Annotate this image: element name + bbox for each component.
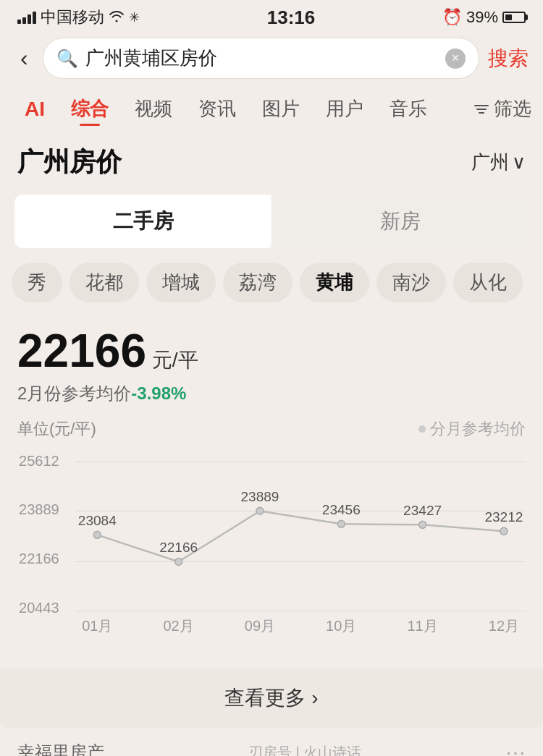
tab-shipin[interactable]: 视频 xyxy=(122,90,185,127)
search-input-wrap[interactable]: 🔍 广州黄埔区房价 × xyxy=(43,38,479,79)
tab-new[interactable]: 新房 xyxy=(272,195,529,248)
location-label: 广州 xyxy=(471,150,509,175)
y-label-22166: 22166 xyxy=(19,551,59,566)
chart-label-11: 23427 xyxy=(403,503,442,518)
chart-svg: 25612 23889 22166 20443 xyxy=(17,446,526,649)
tab-yinyue[interactable]: 音乐 xyxy=(376,90,440,127)
x-label-12: 12月 xyxy=(489,618,519,634)
chart-unit-label: 单位(元/平) xyxy=(17,418,96,440)
price-change-row: 2月份参考均价-3.98% xyxy=(17,382,526,405)
search-bar: ‹ 🔍 广州黄埔区房价 × 搜索 xyxy=(0,32,543,85)
chevron-down-icon: ∨ xyxy=(512,151,526,174)
x-label-01: 01月 xyxy=(82,618,112,634)
chart-label-02: 22166 xyxy=(159,540,198,555)
chart-header: 单位(元/平) 分月参考均价 xyxy=(17,418,526,440)
alarm-icon: ⏰ xyxy=(442,8,462,27)
status-bar: 中国移动 ✳ 13:16 ⏰ 39% xyxy=(0,0,543,32)
district-nansha[interactable]: 南沙 xyxy=(376,263,446,302)
tab-zonghe[interactable]: 综合 xyxy=(58,90,122,127)
loading-icon: ✳ xyxy=(129,9,140,25)
y-label-20443: 20443 xyxy=(19,600,59,616)
chart-label-01: 23084 xyxy=(78,513,117,528)
more-options-icon[interactable]: ⋯ xyxy=(505,741,526,756)
filter-label: 筛选 xyxy=(494,96,531,122)
x-label-10: 10月 xyxy=(326,618,356,634)
more-button[interactable]: 查看更多 › xyxy=(224,687,318,709)
chart-label-09: 23889 xyxy=(240,489,279,504)
page-title: 广州房价 xyxy=(17,145,122,180)
footer-row: 幸福里房产 刃房号 | 火山诗话 ⋯ xyxy=(0,728,543,756)
page-title-row: 广州房价 广州 ∨ xyxy=(0,133,543,187)
more-btn-wrap: 查看更多 › xyxy=(0,668,543,728)
footer-attribution: 刃房号 | 火山诗话 xyxy=(248,743,361,756)
chart-point-09 xyxy=(256,507,264,514)
tab-tupian[interactable]: 图片 xyxy=(249,90,313,127)
price-section: 22166 元/平 2月份参考均价-3.98% xyxy=(0,310,543,411)
filter-button[interactable]: 筛选 xyxy=(473,96,531,122)
footer-source: 幸福里房产 xyxy=(17,741,104,756)
chart-label-12: 23212 xyxy=(484,509,523,524)
chart-legend-label: 分月参考均价 xyxy=(430,418,526,440)
search-button[interactable]: 搜索 xyxy=(488,45,529,72)
price-unit: 元/平 xyxy=(152,349,198,371)
house-type-tabs: 二手房 新房 xyxy=(14,195,529,248)
battery-icon xyxy=(502,12,526,23)
tab-yonghu[interactable]: 用户 xyxy=(313,90,376,127)
tab-secondhand[interactable]: 二手房 xyxy=(14,195,272,248)
tab-nav: AI 综合 视频 资讯 图片 用户 音乐 筛选 xyxy=(0,85,543,133)
tab-ai[interactable]: AI xyxy=(12,92,58,127)
district-conghua[interactable]: 从化 xyxy=(453,263,523,302)
chart-point-02 xyxy=(175,558,182,565)
chart-wrapper: 25612 23889 22166 20443 xyxy=(17,446,526,654)
status-right: ⏰ 39% xyxy=(442,8,526,27)
district-liwan[interactable]: 荔湾 xyxy=(223,263,292,302)
district-xiu[interactable]: 秀 xyxy=(12,263,62,302)
price-value: 22166 xyxy=(17,325,146,377)
district-huangpu[interactable]: 黄埔 xyxy=(300,263,369,302)
battery-percent: 39% xyxy=(466,8,498,27)
legend-dot-icon xyxy=(418,425,426,433)
y-label-25612: 25612 xyxy=(19,453,59,469)
price-change-label: 2月份参考均价 xyxy=(17,383,131,403)
y-label-23889: 23889 xyxy=(19,501,59,517)
district-zengcheng[interactable]: 增城 xyxy=(146,263,216,302)
chart-point-11 xyxy=(419,521,426,528)
clear-button[interactable]: × xyxy=(445,48,466,69)
district-tabs: 秀 花都 增城 荔湾 黄埔 南沙 从化 xyxy=(0,255,543,310)
tab-zixun[interactable]: 资讯 xyxy=(185,90,249,127)
status-time: 13:16 xyxy=(267,7,316,29)
chart-point-12 xyxy=(500,527,508,535)
chart-point-10 xyxy=(337,520,345,527)
price-change-value: -3.98% xyxy=(131,383,186,403)
x-label-09: 09月 xyxy=(245,618,275,634)
wifi-icon xyxy=(109,8,125,27)
x-label-02: 02月 xyxy=(163,618,193,634)
x-label-11: 11月 xyxy=(407,618,437,634)
search-icon: 🔍 xyxy=(56,48,78,69)
chart-point-01 xyxy=(93,531,101,538)
chart-line xyxy=(97,511,504,561)
location-button[interactable]: 广州 ∨ xyxy=(471,150,526,175)
search-query: 广州黄埔区房价 xyxy=(85,46,438,71)
signal-icon xyxy=(17,12,36,24)
chart-legend: 分月参考均价 xyxy=(418,418,526,440)
carrier-label: 中国移动 xyxy=(41,7,104,28)
back-button[interactable]: ‹ xyxy=(14,42,34,75)
chart-section: 单位(元/平) 分月参考均价 25612 23889 22166 20443 xyxy=(0,411,543,668)
filter-icon xyxy=(473,101,489,117)
chart-label-10: 23456 xyxy=(322,502,361,517)
status-left: 中国移动 ✳ xyxy=(17,7,140,28)
district-huadu[interactable]: 花都 xyxy=(70,263,139,302)
